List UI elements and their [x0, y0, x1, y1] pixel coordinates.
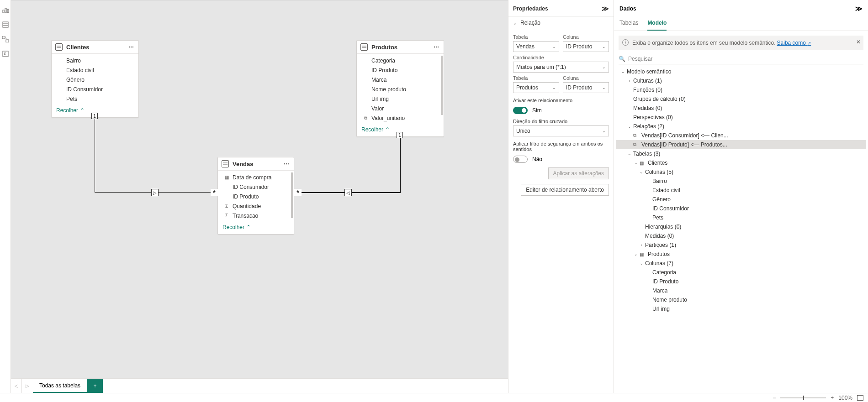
relationship-line[interactable]	[95, 119, 95, 192]
tree-partitions[interactable]: ›Partições (1)	[616, 240, 866, 250]
tree-root[interactable]: ⌄Modelo semântico	[616, 67, 866, 76]
tree-relation-item[interactable]: ⧉Vendas[ID Produto] <— Produtos...	[616, 140, 866, 149]
tree-tables[interactable]: ⌄Tabelas (3)	[616, 149, 866, 158]
toggle-apply-both[interactable]	[513, 156, 528, 163]
tree-hierarchies[interactable]: Hierarquias (0)	[616, 222, 866, 231]
tree-column[interactable]: Url img	[616, 304, 866, 313]
filter-direction-icon: ◁	[344, 189, 352, 196]
tree-measures2[interactable]: Medidas (0)	[616, 231, 866, 240]
dropdown-value: Único	[516, 128, 530, 134]
entity-produtos[interactable]: Produtos ⋯ Categoria ID Produto Marca No…	[356, 40, 444, 137]
tree-perspectives[interactable]: Perspectivas (0)	[616, 113, 866, 122]
field-row[interactable]: ID Consumidor	[52, 84, 138, 94]
more-icon[interactable]: ⋯	[284, 161, 290, 167]
collapse-link[interactable]: Recolher⌃	[218, 222, 294, 234]
field-row[interactable]: ⧉Valor_unitario	[357, 113, 444, 123]
field-row[interactable]: Url img	[357, 94, 444, 104]
dropdown-cross-filter[interactable]: Único⌄	[513, 125, 609, 136]
field-row[interactable]: ID Consumidor	[218, 182, 294, 192]
dropdown-cardinality[interactable]: Muitos para um (*:1)⌄	[513, 62, 609, 73]
tab-model[interactable]: Modelo	[647, 16, 667, 31]
info-icon: i	[622, 39, 629, 46]
tree-relations[interactable]: ⌄Relações (2)	[616, 122, 866, 131]
field-row[interactable]: ΣQuantidade	[218, 201, 294, 211]
tree-label: Marca	[652, 287, 667, 294]
field-row[interactable]: ID Produto	[218, 192, 294, 201]
tree-relation-item[interactable]: ⧉Vendas[ID Consumidor] <— Clien...	[616, 131, 866, 140]
section-header[interactable]: ⌄ Relação	[508, 16, 614, 29]
report-view-icon[interactable]	[0, 4, 11, 16]
chevron-down-icon: ⌄	[639, 261, 644, 266]
model-canvas[interactable]: Clientes ⋯ Bairro Estado civil Gênero ID…	[11, 0, 508, 393]
entity-vendas[interactable]: Vendas ⋯ ▦Data de compra ID Consumidor I…	[217, 157, 294, 235]
field-row[interactable]: Bairro	[52, 56, 138, 65]
field-row[interactable]: ΣTransacao	[218, 211, 294, 220]
open-relationship-editor-button[interactable]: Editor de relacionamento aberto	[521, 184, 609, 196]
field-row[interactable]: Estado civil	[52, 65, 138, 75]
tab-all-tables[interactable]: Todas as tabelas	[33, 379, 87, 393]
tree-columns[interactable]: ⌄Colunas (5)	[616, 167, 866, 177]
tab-prev[interactable]: ◁	[11, 379, 22, 393]
tree-cultures[interactable]: ›Culturas (1)	[616, 76, 866, 85]
svg-rect-6	[2, 36, 5, 39]
model-view-icon[interactable]	[0, 33, 11, 46]
tree-table-produtos[interactable]: ⌄▦Produtos	[616, 250, 866, 259]
tree-column[interactable]: Marca	[616, 286, 866, 295]
tree-column[interactable]: Pets	[616, 213, 866, 222]
tree-columns[interactable]: ⌄Colunas (7)	[616, 259, 866, 268]
zoom-slider[interactable]	[780, 397, 826, 398]
scrollbar[interactable]	[441, 56, 443, 115]
learn-more-link[interactable]: Saiba como ↗	[777, 40, 811, 46]
field-row[interactable]: Nome produto	[357, 84, 444, 94]
tree-column[interactable]: ID Consumidor	[616, 204, 866, 213]
tab-add[interactable]: +	[87, 379, 103, 393]
search-input[interactable]	[628, 56, 863, 62]
more-icon[interactable]: ⋯	[434, 44, 440, 50]
field-row[interactable]: Valor	[357, 104, 444, 113]
field-row[interactable]: ▦Data de compra	[218, 172, 294, 182]
fit-to-page-icon[interactable]	[857, 395, 863, 401]
field-row[interactable]: ID Produto	[357, 65, 444, 75]
tab-next[interactable]: ▷	[22, 379, 33, 393]
field-row[interactable]: Categoria	[357, 56, 444, 65]
panel-title-row: Dados ≫	[614, 0, 868, 16]
dropdown-col2[interactable]: ID Produto⌄	[563, 82, 609, 93]
tab-tables[interactable]: Tabelas	[619, 16, 638, 31]
field-row[interactable]: Gênero	[52, 75, 138, 84]
zoom-in[interactable]: +	[831, 395, 834, 401]
data-view-icon[interactable]	[0, 18, 11, 31]
field-row[interactable]: Marca	[357, 75, 444, 84]
tree-measures[interactable]: Medidas (0)	[616, 104, 866, 113]
collapse-panel-icon[interactable]: ≫	[602, 5, 609, 13]
zoom-knob[interactable]	[803, 396, 804, 400]
collapse-panel-icon[interactable]: ≫	[855, 5, 863, 13]
tree-column[interactable]: ID Produto	[616, 277, 866, 286]
close-icon[interactable]: ✕	[856, 38, 861, 46]
tree-column[interactable]: Nome produto	[616, 295, 866, 304]
svg-rect-3	[3, 22, 8, 27]
field-row[interactable]: Pets	[52, 94, 138, 104]
panel-title-row: Propriedades ≫	[508, 0, 614, 16]
tree-column[interactable]: Bairro	[616, 177, 866, 186]
relationship-line-selected[interactable]	[400, 138, 401, 193]
dax-view-icon[interactable]	[0, 47, 11, 60]
dropdown-table1[interactable]: Vendas⌄	[513, 41, 559, 52]
entity-clientes[interactable]: Clientes ⋯ Bairro Estado civil Gênero ID…	[51, 40, 139, 118]
scrollbar[interactable]	[291, 172, 293, 218]
more-icon[interactable]: ⋯	[128, 44, 135, 50]
tree-calc-groups[interactable]: Grupos de cálculo (0)	[616, 94, 866, 104]
tree-table-clientes[interactable]: ⌄▦Clientes	[616, 158, 866, 167]
tree-roles[interactable]: Funções (0)	[616, 85, 866, 94]
tree-column[interactable]: Gênero	[616, 195, 866, 204]
entity-header[interactable]: Produtos ⋯	[357, 41, 444, 54]
entity-header[interactable]: Clientes ⋯	[52, 41, 138, 54]
tree-column[interactable]: Categoria	[616, 268, 866, 277]
tree-column[interactable]: Estado civil	[616, 186, 866, 195]
dropdown-col1[interactable]: ID Produto⌄	[563, 41, 609, 52]
dropdown-table2[interactable]: Produtos⌄	[513, 82, 559, 93]
toggle-activate[interactable]	[513, 107, 528, 114]
zoom-out[interactable]: −	[773, 395, 776, 401]
chevron-up-icon: ⌃	[246, 224, 251, 230]
relation-icon: ⧉	[633, 133, 640, 138]
entity-header[interactable]: Vendas ⋯	[218, 157, 294, 171]
